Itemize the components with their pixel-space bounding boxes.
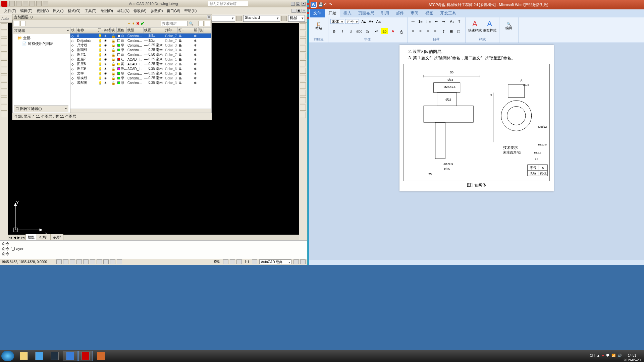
layer-lineweight-cell[interactable]: — 0.25 毫米: [144, 71, 164, 76]
layout1-tab[interactable]: 布局1: [37, 234, 50, 241]
layer-linetype-cell[interactable]: ACAD_I...: [127, 58, 144, 61]
new-group-icon[interactable]: ✶: [132, 21, 135, 26]
otrack-toggle[interactable]: [90, 259, 95, 264]
layer-plot-icon[interactable]: 🖶: [178, 62, 193, 66]
borders-icon[interactable]: ▢: [455, 28, 462, 34]
ducs-toggle[interactable]: [97, 259, 102, 264]
layout2-tab[interactable]: 布局2: [50, 234, 64, 241]
grid-hscroll[interactable]: [70, 109, 211, 113]
tab-nav-prev-icon[interactable]: ◀: [13, 236, 17, 239]
layer-row[interactable]: ◇0💡☀🔓白Continu...— 默认Color_7🖶❄: [70, 34, 211, 38]
layer-freeze-icon[interactable]: ☀: [103, 76, 111, 80]
col-name[interactable]: 名称: [76, 27, 97, 33]
menu-draw[interactable]: 绘图(D): [99, 8, 115, 14]
menu-tools[interactable]: 工具(T): [83, 8, 99, 14]
font-size-combo[interactable]: 五号: [345, 19, 359, 24]
layer-freeze-icon[interactable]: ☀: [103, 81, 111, 85]
task-ie[interactable]: [32, 351, 47, 361]
editing-button[interactable]: 🔍编辑: [502, 18, 516, 34]
numbering-icon[interactable]: 1≡: [417, 18, 424, 24]
arc-icon[interactable]: [1, 53, 7, 59]
col-plotstyle[interactable]: 打印..: [164, 27, 178, 33]
invert-filter-row[interactable]: ☐ 反转过滤器(I) «: [14, 105, 68, 112]
indent-inc-icon[interactable]: ⇥: [440, 19, 447, 25]
status-annoscale-icon[interactable]: [252, 259, 257, 264]
layer-color-cell[interactable]: 绿: [117, 71, 127, 76]
snap-toggle[interactable]: [56, 259, 62, 264]
layer-newvp-icon[interactable]: ❄: [193, 58, 199, 61]
extend-icon[interactable]: [300, 97, 306, 103]
layer-freeze-icon[interactable]: ☀: [103, 62, 111, 66]
layer-linetype-cell[interactable]: ACAD_I...: [127, 62, 144, 66]
lwt-toggle[interactable]: [110, 259, 115, 264]
spline-icon[interactable]: [1, 68, 7, 74]
layer-linetype-cell[interactable]: Continu...: [127, 44, 144, 47]
layer-lock-icon[interactable]: 🔓: [111, 44, 117, 47]
tab-nav-next-icon[interactable]: ▶: [17, 236, 21, 239]
osnap-toggle[interactable]: [83, 259, 89, 264]
tray-record-icon[interactable]: ●: [602, 354, 604, 358]
multilevel-icon[interactable]: ⋮≡: [425, 19, 431, 25]
layer-row[interactable]: ◇尺寸线💡☀🔓绿Continu...— 0.25 毫米Color_3🖶❄: [70, 43, 211, 48]
acad-command-window[interactable]: 命令: 命令: '_Layer 命令:: [0, 240, 307, 259]
task-word[interactable]: [63, 351, 77, 361]
tab-view[interactable]: 视图: [422, 9, 437, 17]
align-right-icon[interactable]: ≡: [425, 28, 431, 34]
ime-indicator[interactable]: CH: [590, 354, 594, 358]
underline-button[interactable]: U: [347, 28, 354, 34]
grow-font-icon[interactable]: A▴: [360, 19, 367, 25]
bold-button[interactable]: B: [331, 28, 337, 34]
status-pan-icon[interactable]: [223, 259, 228, 264]
tab-nav-first-icon[interactable]: ⏮: [8, 236, 13, 239]
layer-freeze-icon[interactable]: ☀: [103, 72, 111, 75]
indent-dec-icon[interactable]: ⇤: [433, 19, 440, 25]
menu-edit[interactable]: 编辑(E): [18, 8, 35, 14]
menu-format[interactable]: 格式(O): [66, 8, 83, 14]
qat-save-icon[interactable]: [23, 1, 28, 6]
menu-view[interactable]: 视图(V): [35, 8, 51, 14]
tab-nav-last-icon[interactable]: ⏭: [21, 236, 25, 239]
settings-icon[interactable]: [205, 21, 210, 26]
rectangle-icon[interactable]: [1, 46, 7, 52]
layer-dialog-close-icon[interactable]: x: [207, 15, 211, 19]
layer-lock-icon[interactable]: 🔓: [111, 34, 117, 38]
workspace-combo[interactable]: AutoCAD 经典: [259, 259, 291, 264]
layer-on-icon[interactable]: 💡: [97, 76, 103, 80]
layer-plot-icon[interactable]: 🖶: [178, 76, 193, 80]
textstyle-icon[interactable]: [236, 16, 242, 21]
word-logo-icon[interactable]: W: [311, 2, 317, 8]
tab-layout[interactable]: 页面布局: [355, 9, 378, 17]
ortho-toggle[interactable]: [70, 259, 75, 264]
char-border-button[interactable]: A̲: [398, 28, 405, 34]
layer-lock-icon[interactable]: 🔓: [111, 53, 117, 57]
col-lineweight[interactable]: 线宽: [144, 27, 164, 33]
doc-close-button[interactable]: ✕: [302, 9, 306, 13]
task-explorer[interactable]: [16, 351, 31, 361]
layer-plot-icon[interactable]: 🖶: [178, 48, 193, 52]
layer-lineweight-cell[interactable]: — 0.25 毫米: [144, 80, 164, 85]
qp-toggle[interactable]: [117, 259, 122, 264]
polygon-icon[interactable]: [1, 38, 7, 44]
align-left-icon[interactable]: ≡: [410, 28, 417, 34]
layer-row[interactable]: ◇文字💡☀🔓绿Continu...— 0.25 毫米Color_3🖶❄: [70, 71, 211, 76]
layer-plot-icon[interactable]: 🖶: [178, 58, 193, 61]
layer-lock-icon[interactable]: 🔓: [111, 76, 117, 80]
table-icon[interactable]: [1, 105, 7, 111]
qat-print-icon[interactable]: [43, 1, 48, 6]
menu-modify[interactable]: 修改(M): [131, 8, 149, 14]
layer-row[interactable]: ◇细实线💡☀🔓绿Continu...— 0.25 毫米Color_3🖶❄: [70, 76, 211, 80]
menu-help[interactable]: 帮助(H): [182, 8, 199, 14]
line-spacing-icon[interactable]: ‡: [440, 28, 447, 34]
layer-plot-icon[interactable]: 🖶: [178, 53, 193, 57]
status-lock-icon[interactable]: [293, 259, 299, 264]
grid-toggle[interactable]: [63, 259, 68, 264]
layer-color-cell[interactable]: 白: [117, 34, 127, 38]
layer-lineweight-cell[interactable]: — 0.50 毫米: [144, 52, 164, 57]
tab-review[interactable]: 审阅: [407, 9, 422, 17]
layer-lineweight-cell[interactable]: — 默认: [144, 34, 164, 38]
layer-color-cell[interactable]: 绿: [117, 43, 127, 48]
polyline-icon[interactable]: [1, 31, 7, 37]
layer-on-icon[interactable]: 💡: [97, 72, 103, 75]
layer-lineweight-cell[interactable]: — 0.25 毫米: [144, 66, 164, 71]
status-model[interactable]: 模型: [212, 259, 222, 264]
